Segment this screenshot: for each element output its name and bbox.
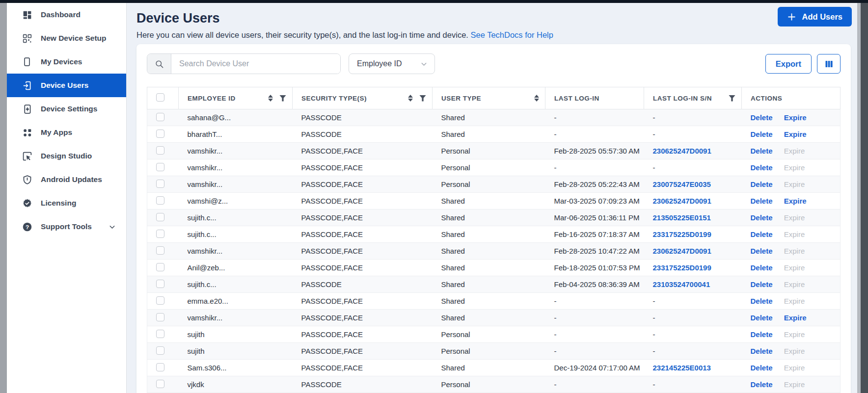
- smartphone-icon: [22, 56, 32, 67]
- delete-link[interactable]: Delete: [751, 330, 773, 339]
- row-checkbox[interactable]: [156, 263, 164, 271]
- sidebar-item-my-devices[interactable]: My Devices: [7, 50, 126, 74]
- row-checkbox[interactable]: [156, 313, 164, 321]
- cell-last-login: Feb-18-2025 01:07:53 PM: [545, 260, 644, 276]
- serial-number-link[interactable]: 230625247D0091: [653, 147, 711, 155]
- sidebar-item-design-studio[interactable]: Design Studio: [7, 144, 126, 168]
- dashboard-icon: [22, 9, 32, 20]
- cell-security-types: PASSCODE,FACE: [293, 226, 433, 243]
- table-row: vamshikr... PASSCODE,FACE Shared Feb-28-…: [147, 243, 841, 260]
- techdocs-link[interactable]: See TechDocs for Help: [471, 30, 553, 39]
- delete-link[interactable]: Delete: [751, 180, 773, 188]
- expire-link: Expire: [784, 347, 805, 355]
- row-checkbox[interactable]: [156, 246, 164, 255]
- cell-user-type: Shared: [433, 193, 545, 210]
- sidebar-item-my-apps[interactable]: My Apps: [7, 121, 126, 144]
- sidebar-item-device-users[interactable]: Device Users: [7, 74, 126, 97]
- delete-link[interactable]: Delete: [751, 347, 773, 355]
- serial-number-link[interactable]: 23103524700041: [653, 280, 710, 288]
- cell-security-types: PASSCODE,FACE: [293, 293, 433, 310]
- row-checkbox[interactable]: [156, 146, 164, 155]
- delete-link[interactable]: Delete: [751, 230, 773, 238]
- delete-link[interactable]: Delete: [751, 263, 773, 272]
- search-field-dropdown[interactable]: Employee ID: [349, 53, 435, 74]
- table-row: vamshi@z... PASSCODE,FACE Shared Mar-03-…: [147, 193, 841, 210]
- sidebar-item-android-updates[interactable]: Android Updates: [7, 168, 126, 191]
- row-checkbox[interactable]: [156, 180, 164, 188]
- delete-link[interactable]: Delete: [751, 314, 773, 322]
- serial-number-link[interactable]: 233175225D0199: [653, 263, 711, 272]
- cell-employee-id: Sam.s306...: [179, 360, 293, 376]
- row-checkbox[interactable]: [156, 113, 164, 121]
- row-checkbox[interactable]: [156, 296, 164, 305]
- expire-link: Expire: [784, 163, 805, 172]
- column-header-last-login-sn: LAST LOG-IN S/N: [644, 87, 742, 109]
- sidebar-item-licensing[interactable]: Licensing: [7, 191, 126, 215]
- filter-icon[interactable]: [419, 95, 426, 102]
- serial-number-link[interactable]: 230075247E0035: [653, 180, 711, 188]
- scrollbar[interactable]: [857, 0, 868, 393]
- expire-link[interactable]: Expire: [784, 197, 807, 205]
- delete-link[interactable]: Delete: [751, 380, 773, 389]
- cell-employee-id: vamshikr...: [179, 143, 293, 159]
- expire-link[interactable]: Expire: [784, 113, 807, 122]
- serial-number-link[interactable]: 230625247D0091: [653, 197, 711, 205]
- row-checkbox[interactable]: [156, 346, 164, 355]
- cell-employee-id: sujith.c...: [179, 226, 293, 243]
- sort-icon[interactable]: [408, 95, 413, 102]
- table-row: bharathT... PASSCODE Shared - - Delete E…: [147, 126, 841, 143]
- delete-link[interactable]: Delete: [751, 130, 773, 138]
- column-settings-button[interactable]: [817, 54, 841, 74]
- delete-link[interactable]: Delete: [751, 197, 773, 205]
- cell-employee-id: vamshi@z...: [179, 193, 293, 210]
- sidebar-item-device-settings[interactable]: Device Settings: [7, 97, 126, 121]
- delete-link[interactable]: Delete: [751, 147, 773, 155]
- delete-link[interactable]: Delete: [751, 280, 773, 288]
- serial-number-link[interactable]: 213505225E0151: [653, 213, 711, 222]
- delete-link[interactable]: Delete: [751, 113, 773, 122]
- serial-number-link[interactable]: 232145225E0013: [653, 364, 711, 372]
- expire-link: Expire: [784, 263, 805, 272]
- select-all-checkbox[interactable]: [156, 93, 164, 102]
- row-checkbox[interactable]: [156, 230, 164, 238]
- delete-link[interactable]: Delete: [751, 213, 773, 222]
- expire-link[interactable]: Expire: [784, 314, 807, 322]
- row-checkbox[interactable]: [156, 380, 164, 388]
- table-row: emma.e20... PASSCODE,FACE Shared - - Del…: [147, 293, 841, 310]
- row-checkbox[interactable]: [156, 363, 164, 371]
- delete-link[interactable]: Delete: [751, 297, 773, 305]
- filter-icon[interactable]: [729, 95, 735, 102]
- delete-link[interactable]: Delete: [751, 247, 773, 255]
- cell-last-login: -: [545, 159, 644, 176]
- cell-employee-id: vjkdk: [179, 376, 293, 393]
- row-checkbox[interactable]: [156, 196, 164, 205]
- scrollbar-thumb[interactable]: [861, 0, 868, 393]
- search-button[interactable]: [147, 54, 171, 74]
- cell-user-type: Shared: [433, 243, 545, 260]
- row-checkbox[interactable]: [156, 163, 164, 171]
- sidebar-item-support-tools[interactable]: ? Support Tools: [7, 215, 126, 238]
- cell-user-type: Shared: [433, 260, 545, 276]
- cell-last-login: Feb-04-2025 08:36:39 AM: [545, 276, 644, 293]
- row-checkbox[interactable]: [156, 330, 164, 338]
- sidebar-item-new-device-setup[interactable]: New Device Setup: [7, 26, 126, 50]
- row-checkbox[interactable]: [156, 280, 164, 288]
- filter-icon[interactable]: [279, 95, 286, 102]
- columns-icon: [824, 59, 834, 69]
- cell-employee-id: sujith.c...: [179, 276, 293, 293]
- cell-security-types: PASSCODE: [293, 376, 433, 393]
- search-input[interactable]: [171, 54, 340, 74]
- row-checkbox[interactable]: [156, 130, 164, 138]
- delete-link[interactable]: Delete: [751, 364, 773, 372]
- sort-icon[interactable]: [268, 95, 273, 102]
- table-row: sujith.c... PASSCODE,FACE Shared Mar-06-…: [147, 210, 841, 226]
- row-checkbox[interactable]: [156, 213, 164, 221]
- sort-icon[interactable]: [534, 95, 539, 102]
- serial-number-link[interactable]: 230625247D0091: [653, 247, 711, 255]
- expire-link[interactable]: Expire: [784, 130, 807, 138]
- sidebar-item-dashboard[interactable]: Dashboard: [7, 3, 126, 26]
- serial-number-link[interactable]: 233175225D0199: [653, 230, 711, 238]
- delete-link[interactable]: Delete: [751, 163, 773, 172]
- add-users-button[interactable]: Add Users: [778, 7, 852, 26]
- export-button[interactable]: Export: [765, 54, 812, 74]
